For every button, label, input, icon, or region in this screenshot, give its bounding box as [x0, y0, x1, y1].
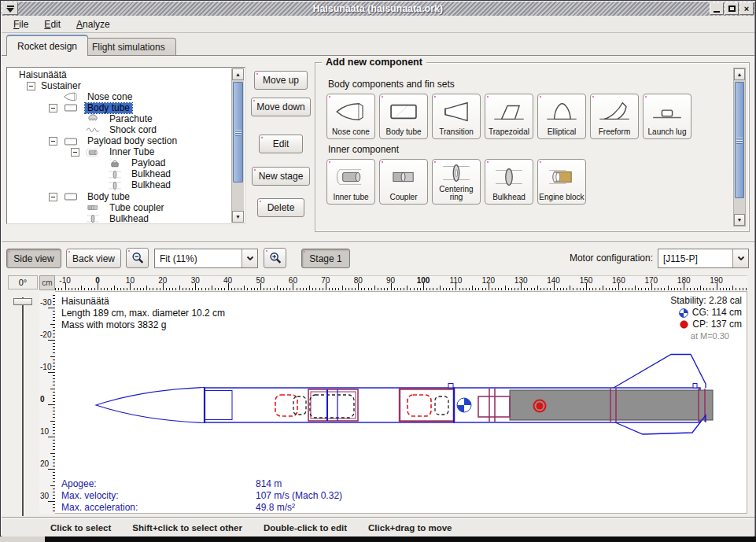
pane-divider[interactable]	[2, 242, 754, 243]
component-button-elliptical[interactable]: Elliptical	[537, 94, 586, 139]
component-button-label: Launch lug	[644, 128, 690, 136]
rocket-name: Haisunäätä	[61, 296, 225, 308]
tree-item-tube-coupler[interactable]: Tube coupler	[9, 202, 230, 213]
status-bar: Click to select Shift+click to select ot…	[2, 518, 754, 536]
tree-item-nose-cone[interactable]: Nose cone	[9, 91, 230, 102]
desktop-strip	[45, 536, 756, 542]
edit-button[interactable]: Edit	[259, 135, 303, 153]
zoom-out-button[interactable]	[126, 248, 149, 268]
collapse-icon[interactable]	[49, 137, 57, 146]
chevron-down-icon[interactable]	[732, 249, 748, 267]
body-tube-1	[205, 388, 454, 422]
title-bar[interactable]: Haisunäätä (haisunaata.ork) ×	[2, 2, 754, 16]
tree-item-label: Body tube	[85, 103, 132, 113]
component-button-label: Centering ring	[433, 186, 479, 201]
component-button-launch-lug[interactable]: Launch lug	[643, 94, 691, 139]
window-title: Haisunäätä (haisunaata.ork)	[2, 3, 754, 14]
scroll-up-icon[interactable]: ▲	[734, 68, 745, 80]
minimize-button[interactable]	[710, 2, 724, 15]
collapse-icon[interactable]	[71, 148, 79, 157]
close-button[interactable]: ×	[739, 2, 754, 15]
tree-item-sustainer[interactable]: Sustainer	[9, 80, 230, 91]
scroll-down-icon[interactable]: ▼	[734, 214, 745, 226]
delete-button[interactable]: Delete	[257, 198, 304, 217]
tree-item-body-tube[interactable]: Body tube	[9, 102, 230, 113]
tree-item-inner-tube[interactable]: Inner Tube	[9, 147, 230, 158]
new-stage-button[interactable]: New stage	[252, 167, 310, 186]
component-button-nose-cone[interactable]: Nose cone	[326, 94, 375, 139]
vertical-ruler: -30-20-100102030	[39, 291, 55, 514]
menu-file[interactable]: File	[6, 17, 35, 31]
rotation-slider[interactable]	[22, 297, 24, 516]
bodytube-icon	[385, 94, 422, 128]
cg-icon	[679, 308, 688, 318]
move-up-button[interactable]: Move up	[254, 71, 308, 90]
main-content: HaisunäätäSustainerNose coneBody tubePar…	[2, 55, 754, 518]
component-button-freeform[interactable]: Freeform	[590, 94, 639, 139]
menu-analyze[interactable]: Analyze	[69, 17, 117, 31]
component-group-label: Inner component	[328, 144, 732, 155]
tree-item-bulkhead[interactable]: Bulkhead	[9, 169, 230, 180]
component-button-bulkhead[interactable]: Bulkhead	[485, 159, 533, 205]
tree-scroll-thumb[interactable]	[233, 82, 243, 183]
apogee-value: 814 m	[256, 478, 282, 490]
mach-condition: at M=0.30	[670, 330, 742, 342]
tree-item-haisun-t-[interactable]: Haisunäätä	[9, 69, 230, 80]
move-down-button[interactable]: Move down	[251, 98, 311, 116]
back-view-button[interactable]: Back view	[66, 249, 121, 268]
component-button-trapezoidal[interactable]: Trapezoidal	[485, 94, 533, 139]
menu-edit[interactable]: Edit	[37, 17, 68, 31]
tree-item-body-tube[interactable]: Body tube	[9, 191, 230, 202]
component-scroll-thumb[interactable]	[735, 82, 744, 198]
rotation-slider-handle[interactable]	[13, 298, 32, 305]
zoom-select[interactable]: Fit (11%)	[154, 249, 258, 268]
component-button-body-tube[interactable]: Body tube	[379, 94, 428, 139]
payload-outline	[310, 395, 354, 418]
tree-item-shock-cord[interactable]: Shock cord	[9, 124, 230, 135]
tree-item-label: Inner Tube	[107, 147, 157, 157]
nose-shoulder	[205, 391, 232, 420]
tree-item-payload-body-section[interactable]: Payload body section	[9, 136, 230, 147]
component-button-coupler[interactable]: Coupler	[379, 159, 428, 205]
tree-item-parachute[interactable]: Parachute	[9, 113, 230, 124]
collapse-icon[interactable]	[49, 193, 57, 201]
collapse-icon[interactable]	[27, 82, 35, 90]
tree-item-bulkhead[interactable]: Bulkhead	[9, 180, 230, 191]
tree-scrollbar[interactable]: ▲ ▼	[231, 68, 244, 223]
rocket-canvas[interactable]: Haisunäätä Length 189 cm, max. diameter …	[55, 291, 747, 514]
stage-1-toggle[interactable]: Stage 1	[301, 249, 350, 268]
component-panel-scrollbar[interactable]: ▲ ▼	[733, 68, 746, 227]
tab-strip: Rocket design Flight simulations	[2, 34, 754, 56]
inner-tube-outline	[308, 389, 358, 421]
side-view-button[interactable]: Side view	[6, 249, 61, 268]
bodytube-icon	[61, 191, 81, 202]
shockcord-icon	[83, 125, 103, 136]
horizontal-ruler: -100102030405060708090100110120130140150…	[55, 275, 747, 290]
tree-item-payload[interactable]: Payload	[9, 158, 230, 169]
component-button-inner-tube[interactable]: Inner tube	[326, 159, 375, 205]
component-button-transition[interactable]: Transition	[432, 94, 481, 139]
scroll-up-icon[interactable]: ▲	[232, 68, 244, 80]
tab-flight-simulations[interactable]: Flight simulations	[81, 38, 176, 56]
component-button-label: Bulkhead	[486, 194, 532, 201]
tab-rocket-design[interactable]: Rocket design	[6, 35, 88, 56]
zoom-in-button[interactable]	[264, 248, 286, 268]
component-tree[interactable]: HaisunäätäSustainerNose coneBody tubePar…	[6, 67, 245, 224]
nosecone-icon	[61, 91, 81, 102]
stability-value: Stability: 2.28 cal	[670, 295, 742, 307]
bulkhead-icon	[491, 160, 527, 194]
collapse-icon[interactable]	[49, 104, 57, 112]
component-button-engine-block[interactable]: Engine block	[537, 159, 586, 205]
component-button-centering-ring[interactable]: Centering ring	[432, 159, 481, 205]
tree-item-label: Parachute	[107, 114, 155, 124]
cg-marker	[457, 398, 471, 412]
tree-item-bulkhead[interactable]: Bulkhead	[9, 213, 230, 224]
motor-configuration-label: Motor configuration:	[543, 249, 653, 268]
chevron-down-icon[interactable]	[242, 249, 257, 267]
rotation-angle-display: 0°	[8, 275, 38, 289]
component-button-label: Freeform	[592, 128, 637, 136]
window-menu-icon[interactable]	[2, 2, 18, 15]
motor-configuration-select[interactable]: [J115-P]	[658, 249, 749, 268]
maximize-button[interactable]	[725, 2, 739, 15]
scroll-down-icon[interactable]: ▼	[232, 211, 244, 223]
